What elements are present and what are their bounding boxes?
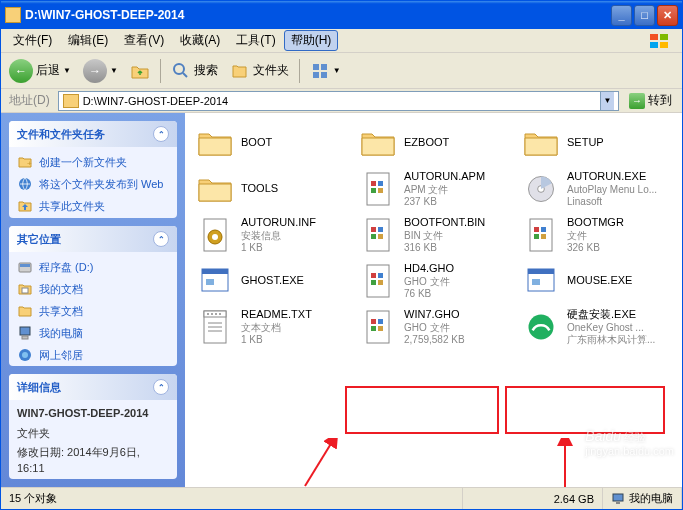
file-item[interactable]: 硬盘安装.EXEOneKey Ghost ...广东雨林木风计算...	[519, 305, 674, 349]
place-link[interactable]: 程序盘 (D:)	[17, 258, 169, 276]
svg-rect-31	[378, 227, 383, 232]
file-icon	[521, 123, 561, 163]
file-name: AUTORUN.EXE	[567, 170, 672, 183]
place-link[interactable]: 网上邻居	[17, 346, 169, 364]
file-name: EZBOOT	[404, 136, 509, 149]
up-button[interactable]	[126, 59, 154, 83]
file-icon	[195, 215, 235, 255]
file-name: HD4.GHO	[404, 262, 509, 275]
svg-rect-44	[378, 273, 383, 278]
file-item[interactable]: WIN7.GHOGHO 文件2,759,582 KB	[356, 305, 511, 349]
task-link[interactable]: +创建一个新文件夹	[17, 153, 169, 171]
file-item[interactable]: MOUSE.EXE	[519, 259, 674, 303]
svg-rect-41	[206, 279, 214, 285]
place-link[interactable]: 共享文档	[17, 302, 169, 320]
menu-edit[interactable]: 编辑(E)	[60, 30, 116, 51]
panel-details: 详细信息 ⌃ WIN7-GHOST-DEEP-2014 文件夹 修改日期: 20…	[9, 374, 177, 479]
panel-places-header[interactable]: 其它位置 ⌃	[9, 226, 177, 252]
file-name: AUTORUN.APM	[404, 170, 509, 183]
file-icon	[195, 307, 235, 347]
folders-button[interactable]: 文件夹	[226, 59, 293, 83]
separator	[299, 59, 300, 83]
task-link[interactable]: 共享此文件夹	[17, 197, 169, 215]
file-icon	[358, 261, 398, 301]
menu-tools[interactable]: 工具(T)	[228, 30, 283, 51]
titlebar[interactable]: D:\WIN7-GHOST-DEEP-2014 _ □ ✕	[1, 1, 682, 29]
forward-button[interactable]: → ▼	[79, 57, 122, 85]
file-item[interactable]: BOOTMGR文件326 KB	[519, 213, 674, 257]
svg-point-28	[212, 234, 218, 240]
file-icon	[521, 215, 561, 255]
svg-line-65	[305, 442, 332, 486]
chevron-down-icon: ▼	[110, 66, 118, 75]
arrow-icon	[300, 438, 340, 487]
file-item[interactable]: BOOTFONT.BINBIN 文件316 KB	[356, 213, 511, 257]
svg-rect-8	[313, 72, 319, 78]
views-button[interactable]: ▼	[306, 59, 345, 83]
file-name: BOOTMGR	[567, 216, 672, 229]
file-item[interactable]: HD4.GHOGHO 文件76 KB	[356, 259, 511, 303]
svg-rect-2	[650, 42, 658, 48]
panel-tasks-header[interactable]: 文件和文件夹任务 ⌃	[9, 121, 177, 147]
file-icon	[358, 123, 398, 163]
place-link[interactable]: 我的电脑	[17, 324, 169, 342]
folders-icon	[230, 61, 250, 81]
svg-rect-38	[541, 234, 546, 239]
svg-rect-45	[371, 280, 376, 285]
menu-favorites[interactable]: 收藏(A)	[172, 30, 228, 51]
file-name: AUTORUN.INF	[241, 216, 346, 229]
menu-view[interactable]: 查看(V)	[116, 30, 172, 51]
task-link[interactable]: 将这个文件夹发布到 Web	[17, 175, 169, 193]
svg-rect-61	[378, 319, 383, 324]
panel-tasks: 文件和文件夹任务 ⌃ +创建一个新文件夹将这个文件夹发布到 Web共享此文件夹	[9, 121, 177, 218]
status-count: 15 个对象	[1, 488, 463, 509]
back-button[interactable]: ← 后退 ▼	[5, 57, 75, 85]
panel-details-header[interactable]: 详细信息 ⌃	[9, 374, 177, 400]
annotation-highlight	[345, 386, 499, 434]
file-item[interactable]: TOOLS	[193, 167, 348, 211]
address-input[interactable]: D:\WIN7-GHOST-DEEP-2014 ▼	[58, 91, 619, 111]
maximize-button[interactable]: □	[634, 5, 655, 26]
menu-file[interactable]: 文件(F)	[5, 30, 60, 51]
sidebar: 文件和文件夹任务 ⌃ +创建一个新文件夹将这个文件夹发布到 Web共享此文件夹 …	[1, 113, 185, 487]
file-item[interactable]: GHOST.EXE	[193, 259, 348, 303]
explorer-window: D:\WIN7-GHOST-DEEP-2014 _ □ ✕ 文件(F) 编辑(E…	[0, 0, 683, 510]
status-location: 我的电脑	[603, 488, 682, 509]
file-item[interactable]: AUTORUN.INF安装信息1 KB	[193, 213, 348, 257]
file-item[interactable]: AUTORUN.EXEAutoPlay Menu Lo...Linasoft	[519, 167, 674, 211]
svg-rect-35	[534, 227, 539, 232]
file-name: BOOTFONT.BIN	[404, 216, 509, 229]
file-item[interactable]: BOOT	[193, 121, 348, 165]
file-name: SETUP	[567, 136, 672, 149]
minimize-button[interactable]: _	[611, 5, 632, 26]
place-link[interactable]: 我的文档	[17, 280, 169, 298]
close-button[interactable]: ✕	[657, 5, 678, 26]
window-controls: _ □ ✕	[611, 5, 678, 26]
file-list[interactable]: BOOTEZBOOTSETUPTOOLSAUTORUN.APMAPM 文件237…	[185, 113, 682, 487]
detail-modified: 修改日期: 2014年9月6日, 16:11	[17, 445, 169, 476]
file-item[interactable]: README.TXT文本文档1 KB	[193, 305, 348, 349]
svg-rect-9	[321, 72, 327, 78]
file-icon	[195, 261, 235, 301]
chevron-up-icon: ⌃	[153, 126, 169, 142]
file-item[interactable]: AUTORUN.APMAPM 文件237 KB	[356, 167, 511, 211]
file-name: GHOST.EXE	[241, 274, 346, 287]
go-button[interactable]: → 转到	[623, 92, 678, 109]
chevron-down-icon: ▼	[333, 66, 341, 75]
svg-point-18	[22, 352, 28, 358]
svg-rect-13	[20, 264, 30, 267]
menu-help[interactable]: 帮助(H)	[284, 30, 339, 51]
panel-places: 其它位置 ⌃ 程序盘 (D:)我的文档共享文档我的电脑网上邻居	[9, 226, 177, 366]
svg-rect-37	[534, 234, 539, 239]
forward-icon: →	[83, 59, 107, 83]
svg-rect-49	[532, 279, 540, 285]
file-name: README.TXT	[241, 308, 346, 321]
file-item[interactable]: EZBOOT	[356, 121, 511, 165]
address-dropdown[interactable]: ▼	[600, 92, 614, 110]
svg-rect-15	[20, 327, 30, 335]
folder-icon	[5, 7, 21, 23]
file-item[interactable]: SETUP	[519, 121, 674, 165]
svg-rect-36	[541, 227, 546, 232]
file-name: BOOT	[241, 136, 346, 149]
search-button[interactable]: 搜索	[167, 59, 222, 83]
